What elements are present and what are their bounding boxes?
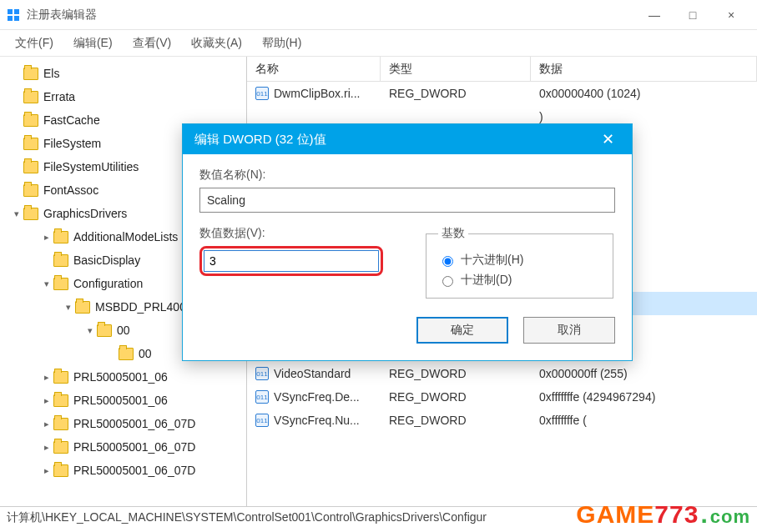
folder-icon xyxy=(23,114,38,127)
tree-node[interactable]: ▸PRL50005001_06 xyxy=(0,389,246,412)
tree-node-label: 00 xyxy=(117,324,130,337)
value-name-label: 数值名称(N): xyxy=(199,168,615,183)
cell-name: 011VSyncFreq.De... xyxy=(247,390,381,404)
tree-node-label: FontAssoc xyxy=(43,183,98,197)
tree-node[interactable]: Errata xyxy=(0,85,246,108)
folder-icon xyxy=(23,208,38,220)
svg-rect-1 xyxy=(14,9,19,14)
app-icon xyxy=(7,8,20,22)
reg-binary-icon: 011 xyxy=(255,390,269,404)
tree-node-label: FileSystem xyxy=(43,137,101,150)
folder-icon xyxy=(53,231,68,243)
caret-icon[interactable]: ▾ xyxy=(62,302,75,313)
caret-icon[interactable]: ▾ xyxy=(10,208,23,219)
folder-icon xyxy=(23,161,38,173)
tree-node-label: GraphicsDrivers xyxy=(43,207,127,220)
radix-legend: 基数 xyxy=(438,226,468,241)
tree-node-label: FastCache xyxy=(43,113,100,127)
value-data-label: 数值数据(V): xyxy=(199,226,391,241)
tree-node-label: BasicDisplay xyxy=(73,253,140,267)
ok-button[interactable]: 确定 xyxy=(416,317,508,344)
dialog-titlebar: 编辑 DWORD (32 位)值 ✕ xyxy=(183,124,632,154)
menu-edit[interactable]: 编辑(E) xyxy=(65,33,121,54)
cell-name: 011DwmClipBox.ri... xyxy=(247,87,381,100)
radix-hex-label: 十六进制(H) xyxy=(461,253,523,268)
value-name-field[interactable] xyxy=(199,188,615,213)
reg-binary-icon: 011 xyxy=(255,87,269,100)
tree-node-label: Els xyxy=(43,67,59,80)
col-name[interactable]: 名称 xyxy=(247,57,381,81)
tree-node[interactable]: Els xyxy=(0,62,246,85)
cell-type: REG_DWORD xyxy=(381,367,531,380)
folder-icon xyxy=(75,301,90,314)
cell-data: 0xfffffffe (4294967294) xyxy=(531,390,757,404)
dialog-close-icon[interactable]: ✕ xyxy=(595,130,620,148)
cell-type: REG_DWORD xyxy=(381,414,531,427)
tree-node-label: FileSystemUtilities xyxy=(43,160,139,173)
tree-node[interactable]: ▸PRL50005001_06_07D xyxy=(0,435,246,459)
titlebar: 注册表编辑器 — □ × xyxy=(0,0,757,30)
menubar: 文件(F) 编辑(E) 查看(V) 收藏夹(A) 帮助(H) xyxy=(0,30,757,57)
tree-node-label: PRL50005001_06_07D xyxy=(73,417,195,430)
cell-data: 0xfffffffe ( xyxy=(531,414,757,427)
menu-view[interactable]: 查看(V) xyxy=(124,33,180,54)
watermark: GAME773.com xyxy=(576,500,750,529)
table-row[interactable]: 011VSyncFreq.Nu...REG_DWORD0xfffffffe ( xyxy=(247,409,757,432)
cell-data: ) xyxy=(531,110,757,123)
svg-rect-2 xyxy=(8,16,13,21)
col-type[interactable]: 类型 xyxy=(381,57,531,81)
dialog-title: 编辑 DWORD (32 位)值 xyxy=(194,132,326,148)
folder-icon xyxy=(23,91,38,103)
cell-type: REG_DWORD xyxy=(381,390,531,404)
table-row[interactable]: 011DwmClipBox.ri...REG_DWORD0x00000400 (… xyxy=(247,82,757,105)
tree-node-label: Errata xyxy=(43,90,75,103)
cell-name: 011VSyncFreq.Nu... xyxy=(247,414,381,427)
tree-node-label: PRL50005001_06_07D xyxy=(73,464,195,477)
tree-node[interactable]: ▸PRL50005001_06 xyxy=(0,365,246,389)
svg-rect-3 xyxy=(14,16,19,21)
radix-group: 基数 十六进制(H) 十进制(D) xyxy=(426,226,613,299)
folder-icon xyxy=(23,138,38,150)
minimize-button[interactable]: — xyxy=(635,3,674,28)
value-data-highlight xyxy=(199,246,383,276)
tree-node-label: PRL50005001_06 xyxy=(73,370,168,384)
tree-node[interactable]: ▸PRL50005001_06_07D xyxy=(0,412,246,435)
maximize-button[interactable]: □ xyxy=(674,3,712,28)
cell-type: REG_DWORD xyxy=(381,87,531,100)
radix-dec-radio[interactable] xyxy=(442,276,453,287)
edit-dword-dialog: 编辑 DWORD (32 位)值 ✕ 数值名称(N): 数值数据(V): 基数 … xyxy=(182,123,633,361)
folder-icon xyxy=(23,184,38,197)
svg-rect-0 xyxy=(8,9,13,14)
caret-icon[interactable]: ▾ xyxy=(83,325,97,336)
caret-icon[interactable]: ▾ xyxy=(40,279,53,289)
folder-icon xyxy=(53,278,68,290)
menu-file[interactable]: 文件(F) xyxy=(7,33,62,54)
table-row[interactable]: 011VideoStandardREG_DWORD0x000000ff (255… xyxy=(247,362,757,385)
folder-icon xyxy=(53,254,68,267)
folder-icon xyxy=(53,394,68,407)
caret-icon[interactable]: ▸ xyxy=(40,232,53,243)
cell-name: 011VideoStandard xyxy=(247,367,381,380)
tree-node[interactable]: ▸PRL50005001_06_07D xyxy=(0,459,246,482)
caret-icon[interactable]: ▸ xyxy=(40,442,53,453)
caret-icon[interactable]: ▸ xyxy=(40,465,53,476)
tree-node-label: 00 xyxy=(139,347,152,360)
caret-icon[interactable]: ▸ xyxy=(40,395,53,406)
menu-favorites[interactable]: 收藏夹(A) xyxy=(183,33,250,54)
cell-data: 0x00000400 (1024) xyxy=(531,87,757,100)
reg-binary-icon: 011 xyxy=(255,414,269,427)
caret-icon[interactable]: ▸ xyxy=(40,372,53,383)
tree-node-label: AdditionalModeLists xyxy=(73,230,178,243)
folder-icon xyxy=(53,418,68,430)
menu-help[interactable]: 帮助(H) xyxy=(254,33,310,54)
table-row[interactable]: 011VSyncFreq.De...REG_DWORD0xfffffffe (4… xyxy=(247,385,757,409)
cancel-button[interactable]: 取消 xyxy=(523,317,615,344)
close-button[interactable]: × xyxy=(712,3,750,28)
folder-icon xyxy=(119,348,134,360)
col-data[interactable]: 数据 xyxy=(531,57,757,81)
radix-hex-radio[interactable] xyxy=(442,256,453,267)
tree-node-label: PRL50005001_06_07D xyxy=(73,440,195,454)
value-data-field[interactable] xyxy=(204,250,379,272)
folder-icon xyxy=(97,324,112,337)
caret-icon[interactable]: ▸ xyxy=(40,419,53,429)
